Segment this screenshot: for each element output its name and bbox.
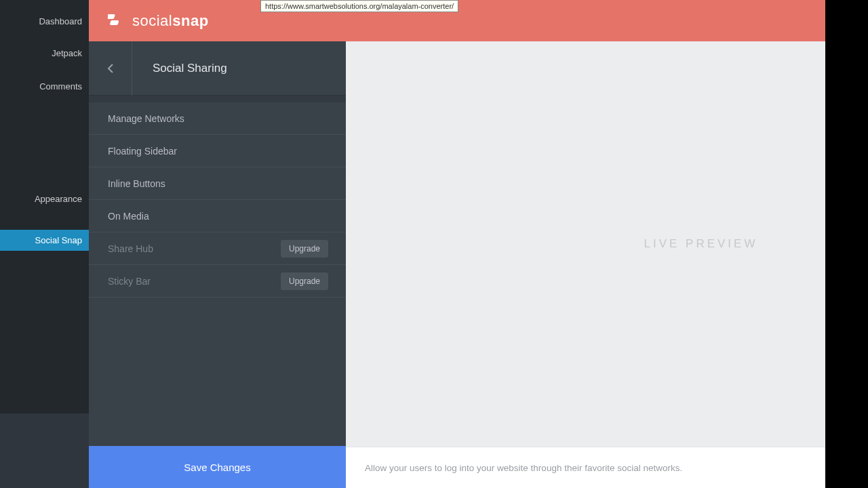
url-tooltip: https://www.smartwebsolutions.org/malaya…	[260, 0, 458, 12]
wp-admin-sidebar: DashboardJetpackCommentsAppearanceSocial…	[0, 0, 89, 488]
settings-menu-item-label: On Media	[108, 211, 149, 222]
settings-menu-item-label: Share Hub	[108, 243, 153, 254]
wp-sidebar-bottom	[0, 413, 89, 488]
chevron-left-icon	[107, 63, 114, 74]
wp-sidebar-item[interactable]: Appearance	[0, 188, 89, 209]
settings-menu-item[interactable]: Manage Networks	[89, 102, 346, 135]
svg-rect-0	[108, 14, 115, 19]
upgrade-badge[interactable]: Upgrade	[281, 240, 328, 258]
svg-rect-1	[110, 20, 119, 25]
back-button[interactable]	[89, 41, 132, 96]
footer-description: Allow your users to log into your websit…	[365, 463, 682, 473]
logo-text: socialsnap	[132, 12, 209, 30]
settings-menu-item: Share HubUpgrade	[89, 232, 346, 265]
wp-sidebar-item[interactable]: Jetpack	[0, 43, 89, 64]
logo-icon	[108, 12, 125, 30]
settings-menu-item-label: Manage Networks	[108, 113, 184, 124]
live-preview-label: LIVE PREVIEW	[644, 237, 758, 251]
settings-menu-item[interactable]: On Media	[89, 200, 346, 232]
settings-menu-item-label: Sticky Bar	[108, 276, 151, 287]
panel-spacer	[89, 96, 346, 102]
footer-area: Allow your users to log into your websit…	[346, 447, 825, 488]
save-changes-button[interactable]: Save Changes	[89, 446, 346, 488]
panel-title: Social Sharing	[132, 62, 227, 75]
settings-menu-item[interactable]: Floating Sidebar	[89, 135, 346, 167]
wp-sidebar-item[interactable]: Dashboard	[0, 11, 89, 32]
panel-header: Social Sharing	[89, 41, 346, 96]
wp-sidebar-item[interactable]: Comments	[0, 76, 89, 97]
settings-panel: Social Sharing Manage NetworksFloating S…	[89, 41, 346, 488]
live-preview-area: LIVE PREVIEW	[346, 41, 825, 447]
settings-menu-item-label: Inline Buttons	[108, 178, 165, 189]
settings-menu-item: Sticky BarUpgrade	[89, 265, 346, 298]
wp-sidebar-item[interactable]: Social Snap	[0, 230, 89, 251]
upgrade-badge[interactable]: Upgrade	[281, 272, 328, 290]
settings-menu-item-label: Floating Sidebar	[108, 146, 177, 157]
app-logo: socialsnap	[108, 12, 209, 30]
settings-menu-item[interactable]: Inline Buttons	[89, 167, 346, 200]
